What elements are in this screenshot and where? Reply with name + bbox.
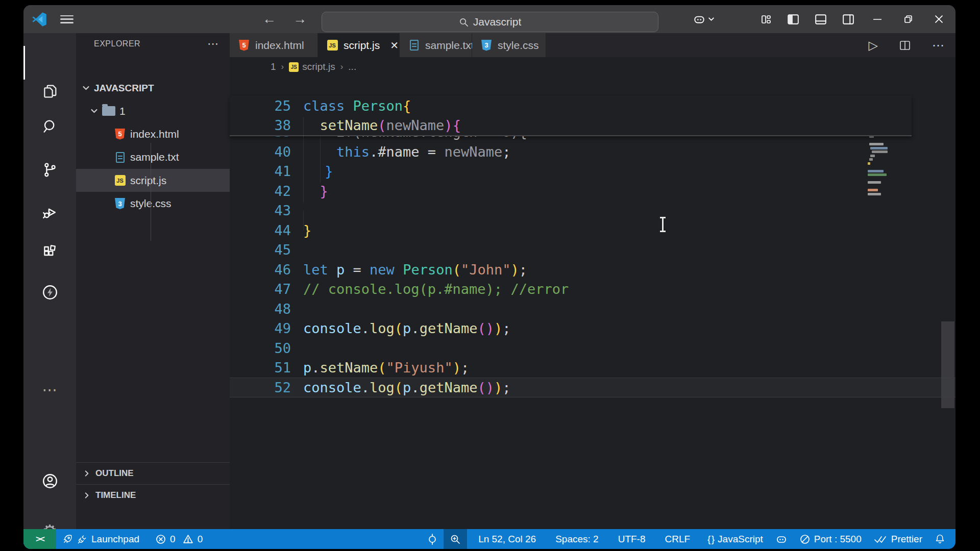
minimize-button[interactable] [870,5,885,33]
explorer-icon[interactable] [23,74,76,108]
restore-button[interactable] [900,5,916,33]
tab-script.js[interactable]: JSscript.js✕ [318,33,400,57]
line-number[interactable]: 47 [230,281,291,297]
problems-item[interactable]: 0 0 [150,529,209,549]
run-debug-icon[interactable] [23,196,76,230]
toggle-secondary-sidebar-icon[interactable] [842,13,854,26]
code-line-48[interactable]: 48 [230,299,955,319]
line-number[interactable]: 49 [230,320,291,336]
indentation-item[interactable]: Spaces: 2 [549,529,605,549]
workspace-label: JAVASCRIPT [94,83,154,94]
code-line-25[interactable]: 25class Person{ [230,96,912,116]
menu-icon[interactable] [60,15,74,23]
more-views-icon[interactable]: ⋯ [23,372,76,406]
file-row-script.js[interactable]: JSscript.js [76,169,230,192]
line-number[interactable]: 52 [230,380,291,395]
search-view-icon[interactable] [23,110,76,143]
file-row-sample.txt[interactable]: sample.txt [76,146,230,169]
line-number[interactable]: 50 [230,340,291,356]
chevron-right-icon: › [281,62,284,72]
workspace-root[interactable]: JAVASCRIPT [76,77,230,99]
extensions-icon[interactable] [23,235,76,269]
line-number[interactable]: 38 [230,117,291,133]
line-number[interactable]: 51 [230,360,291,375]
code-line-40[interactable]: 40this.#name = newName; [230,142,955,162]
code-line-41[interactable]: 41} [230,162,955,182]
code-line-46[interactable]: 46let p = new Person("John"); [230,260,955,280]
editor-scrollbar[interactable] [941,321,954,408]
back-arrow-icon[interactable]: ← [262,5,276,33]
remote-indicator[interactable]: >< [23,529,56,549]
cursor-position-item[interactable]: Ln 52, Col 26 [472,529,542,549]
thunder-client-icon[interactable] [23,276,76,309]
source-control-icon[interactable] [23,153,76,187]
timeline-label: TIMELINE [95,490,136,500]
tab-sample.txt[interactable]: sample.txt [400,33,472,57]
tab-index.html[interactable]: 5index.html [230,33,318,57]
file-row-style.css[interactable]: 3style.css [76,192,230,215]
prettier-item[interactable]: Prettier [868,529,928,549]
file-label: script.js [130,174,166,187]
code-text: // console.log(p.#name); //error [303,281,569,297]
language-mode-item[interactable]: { } JavaScript [701,529,769,549]
double-check-icon [874,535,887,544]
line-number[interactable]: 45 [230,242,291,258]
minimap-line [872,151,888,153]
breadcrumb-file[interactable]: JS script.js [289,61,335,72]
editor-more-actions-icon[interactable]: ⋯ [932,38,944,53]
screencast-item[interactable] [421,529,444,549]
line-number[interactable]: 40 [230,144,291,160]
breadcrumb-symbol[interactable]: ... [348,61,356,72]
code-line-50[interactable]: 50 [230,338,955,358]
toggle-panel-icon[interactable] [815,13,827,26]
customize-layout-icon[interactable] [761,14,772,25]
code-text: console.log(p.getName()); [303,380,511,395]
code-line-39[interactable]: 39if(newName.length > 0){ [230,136,955,142]
code-line-47[interactable]: 47// console.log(p.#name); //error [230,280,955,299]
line-number[interactable]: 41 [230,163,291,179]
file-row-index.html[interactable]: 5index.html [76,122,230,145]
timeline-section[interactable]: TIMELINE [76,484,230,506]
close-button[interactable] [931,5,946,33]
code-line-43[interactable]: 43 [230,201,955,221]
line-number[interactable]: 44 [230,222,291,238]
split-editor-icon[interactable] [899,40,911,51]
code-line-42[interactable]: 42} [230,181,955,201]
line-number[interactable]: 39 [230,136,291,140]
live-server-port-item[interactable]: Port : 5500 [794,529,868,549]
command-center-search[interactable]: Javascript [322,12,658,32]
folder-row[interactable]: 1 [76,99,230,122]
line-number[interactable]: 43 [230,203,291,218]
tab-style.css[interactable]: 3style.css [472,33,546,57]
breadcrumb-folder[interactable]: 1 [271,61,276,72]
line-number[interactable]: 42 [230,183,291,199]
code-line-52[interactable]: 52console.log(p.getName()); [230,378,955,397]
line-number[interactable]: 46 [230,262,291,278]
code-line-38[interactable]: 38setName(newName){ [230,116,912,136]
encoding-item[interactable]: UTF-8 [612,529,652,549]
minimap-line [868,170,884,172]
notifications-item[interactable] [928,529,955,549]
code-line-49[interactable]: 49console.log(p.getName()); [230,319,955,339]
toggle-primary-sidebar-icon[interactable] [787,13,799,26]
css-file-icon: 3 [480,39,493,52]
copilot-status-item[interactable] [769,529,794,549]
run-code-icon[interactable]: ▷ [869,38,878,53]
line-number[interactable]: 25 [230,98,291,114]
account-icon[interactable] [23,464,76,498]
copilot-icon[interactable] [693,13,715,26]
line-number[interactable]: 48 [230,301,291,317]
code-line-45[interactable]: 45 [230,240,955,260]
code-line-51[interactable]: 51p.setName("Piyush"); [230,358,955,378]
forward-arrow-icon[interactable]: → [293,5,307,33]
screen: ← → Javascript [0,0,980,551]
tab-close-icon[interactable]: ✕ [390,39,399,52]
launchpad-item[interactable]: Launchpad [56,529,145,549]
zoom-item[interactable] [444,529,467,549]
code-area[interactable]: 39if(newName.length > 0){40this.#name = … [230,136,955,529]
code-line-44[interactable]: 44} [230,220,955,240]
explorer-actions-icon[interactable]: ⋯ [207,37,218,51]
outline-section[interactable]: OUTLINE [76,462,230,484]
eol-item[interactable]: CRLF [658,529,696,549]
explorer-sidebar: EXPLORER ⋯ JAVASCRIPT 1 5index.htmlsampl… [76,33,230,529]
